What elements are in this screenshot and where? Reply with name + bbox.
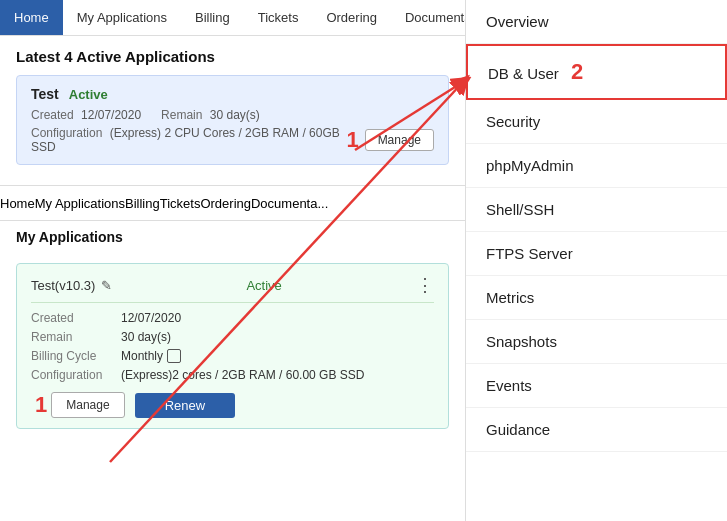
- bottom-billing-label: Billing Cycle: [31, 349, 121, 363]
- top-remain-label: Remain: [161, 108, 202, 122]
- annotation-2: 2: [571, 59, 583, 84]
- nav-billing-bottom[interactable]: Billing: [125, 196, 160, 211]
- menu-shell-ssh[interactable]: Shell/SSH: [466, 188, 727, 232]
- menu-snapshots[interactable]: Snapshots: [466, 320, 727, 364]
- top-remain-value: 30 day(s): [210, 108, 260, 122]
- bottom-manage-button[interactable]: Manage: [51, 392, 124, 418]
- top-created-label: Created: [31, 108, 74, 122]
- nav-billing-top[interactable]: Billing: [181, 0, 244, 35]
- page-wrapper: Home My Applications Billing Tickets Ord…: [0, 0, 727, 521]
- bottom-created-label: Created: [31, 311, 121, 325]
- left-panel: Home My Applications Billing Tickets Ord…: [0, 0, 465, 521]
- top-app-status: Active: [69, 87, 108, 102]
- top-config-label: Configuration: [31, 126, 102, 140]
- annotation-1-top: 1: [346, 127, 358, 153]
- top-section: Latest 4 Active Applications Test Active…: [0, 36, 465, 177]
- bottom-nav-bar: Home My Applications Billing Tickets Ord…: [0, 185, 465, 221]
- nav-docs-bottom[interactable]: Documenta...: [251, 196, 328, 211]
- top-manage-button[interactable]: Manage: [365, 129, 434, 151]
- bottom-config-value: (Express)2 cores / 2GB RAM / 60.00 GB SS…: [121, 368, 364, 382]
- bottom-billing-value: Monthly: [121, 349, 163, 363]
- menu-overview[interactable]: Overview: [466, 0, 727, 44]
- nav-tickets-top[interactable]: Tickets: [244, 0, 313, 35]
- annotation-1-bottom: 1: [35, 392, 47, 418]
- top-nav-bar: Home My Applications Billing Tickets Ord…: [0, 0, 465, 36]
- top-heading: Latest 4 Active Applications: [16, 48, 449, 65]
- nav-ordering-top[interactable]: Ordering: [312, 0, 391, 35]
- menu-security[interactable]: Security: [466, 100, 727, 144]
- bottom-created-value: 12/07/2020: [121, 311, 181, 325]
- bottom-remain-label: Remain: [31, 330, 121, 344]
- menu-guidance[interactable]: Guidance: [466, 408, 727, 452]
- nav-applications-top[interactable]: My Applications: [63, 0, 181, 35]
- menu-db-user-label: DB & User: [488, 65, 559, 82]
- menu-ftps-server[interactable]: FTPS Server: [466, 232, 727, 276]
- menu-db-user[interactable]: DB & User 2: [466, 44, 727, 100]
- menu-events[interactable]: Events: [466, 364, 727, 408]
- bottom-config-label: Configuration: [31, 368, 121, 382]
- renew-button[interactable]: Renew: [135, 393, 235, 418]
- dots-menu-icon[interactable]: ⋮: [416, 274, 434, 296]
- menu-metrics[interactable]: Metrics: [466, 276, 727, 320]
- nav-home-bottom[interactable]: Home: [0, 196, 35, 211]
- bottom-app-card: Test(v10.3) ✎ Active ⋮ Created 12/07/202…: [16, 263, 449, 429]
- bottom-remain-value: 30 day(s): [121, 330, 171, 344]
- edit-icon[interactable]: ✎: [101, 278, 112, 293]
- bottom-section: My Applications Test(v10.3) ✎ Active ⋮ C…: [0, 221, 465, 521]
- bottom-app-name: Test(v10.3): [31, 278, 95, 293]
- top-created-value: 12/07/2020: [81, 108, 141, 122]
- monthly-checkbox-icon: [167, 349, 181, 363]
- bottom-heading: My Applications: [16, 229, 449, 245]
- bottom-app-status: Active: [246, 278, 281, 293]
- nav-ordering-bottom[interactable]: Ordering: [200, 196, 251, 211]
- nav-home-top[interactable]: Home: [0, 0, 63, 35]
- right-panel: Overview DB & User 2 Security phpMyAdmin…: [465, 0, 727, 521]
- nav-tickets-bottom[interactable]: Tickets: [160, 196, 201, 211]
- top-app-name: Test: [31, 86, 59, 102]
- top-app-card: Test Active Created 12/07/2020 Remain 30…: [16, 75, 449, 165]
- nav-applications-bottom[interactable]: My Applications: [35, 196, 125, 211]
- menu-phpmyadmin[interactable]: phpMyAdmin: [466, 144, 727, 188]
